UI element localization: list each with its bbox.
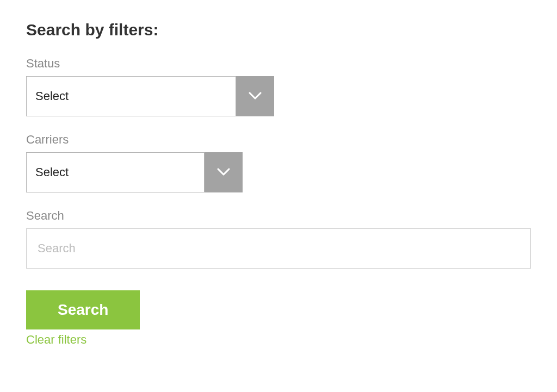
- page-title: Search by filters:: [26, 21, 531, 39]
- status-field-group: Status Select: [26, 57, 531, 116]
- search-field-group: Search: [26, 209, 531, 269]
- search-label: Search: [26, 209, 531, 223]
- status-select-value[interactable]: Select: [26, 76, 236, 116]
- actions-group: Search Clear filters: [26, 290, 531, 347]
- status-select[interactable]: Select: [26, 76, 531, 116]
- carriers-select-value[interactable]: Select: [26, 152, 205, 192]
- carriers-label: Carriers: [26, 133, 531, 147]
- clear-filters-link[interactable]: Clear filters: [26, 333, 86, 347]
- status-label: Status: [26, 57, 531, 71]
- carriers-select-toggle[interactable]: [205, 152, 243, 192]
- chevron-down-icon: [215, 164, 232, 182]
- search-button[interactable]: Search: [26, 290, 140, 329]
- chevron-down-icon: [247, 88, 263, 105]
- status-select-toggle[interactable]: [236, 76, 274, 116]
- search-input[interactable]: [26, 228, 531, 269]
- carriers-field-group: Carriers Select: [26, 133, 531, 192]
- carriers-select[interactable]: Select: [26, 152, 531, 192]
